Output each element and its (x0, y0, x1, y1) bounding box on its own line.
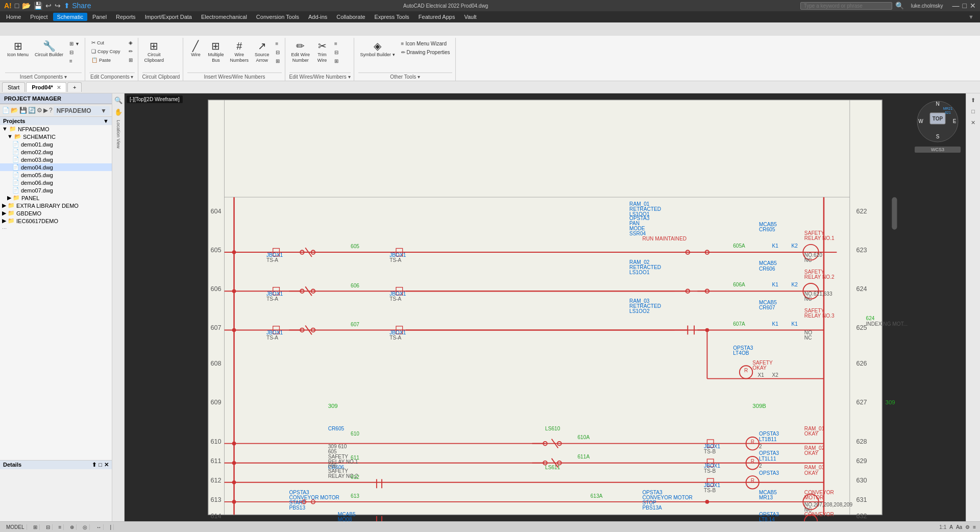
search-input[interactable] (800, 2, 892, 10)
osnap-btn[interactable]: ◎ (81, 524, 90, 530)
details-expand-btn[interactable]: ⬆ (92, 462, 96, 468)
menu-import-export[interactable]: Import/Export Data (141, 13, 196, 21)
undo-btn[interactable]: ↩ (45, 2, 52, 10)
icon-menu-wizard-btn[interactable]: ≡Icon Menu Wizard (399, 40, 452, 47)
tree-demo01[interactable]: 📄 demo01.dwg (0, 140, 112, 148)
proj-settings-btn[interactable]: ⚙ (37, 107, 42, 114)
model-tab[interactable]: MODEL (4, 524, 27, 530)
edit-comp-1[interactable]: ◈ (127, 39, 135, 46)
workspace-btn[interactable]: ⚙ (965, 524, 970, 530)
edit-wire-number-btn[interactable]: ✏ Edit WireNumber (289, 39, 312, 64)
cut-btn[interactable]: ✂Cut (89, 39, 122, 46)
clipboard-btn[interactable]: ⊞ CircuitClipboard (142, 39, 166, 64)
project-manager-header: PROJECT MANAGER (0, 93, 112, 104)
drawing-props-btn[interactable]: ✏Drawing Properties (399, 49, 452, 56)
snap-btn[interactable]: ⊟ (44, 524, 53, 530)
minimize-btn[interactable]: — (952, 2, 960, 10)
insert-wire-3[interactable]: ⊞ (274, 57, 282, 65)
source-arrow-btn[interactable]: ↗ SourceArrow (253, 39, 272, 64)
tree-more[interactable]: ··· (0, 225, 112, 232)
tree-extra-library[interactable]: ▶ 📁 EXTRA LIBRARY DEMO (0, 202, 112, 209)
edit-wire-3[interactable]: ⊞ (332, 57, 340, 65)
tree-demo07[interactable]: 📄 demo07.dwg (0, 186, 112, 194)
maximize-btn[interactable]: □ (963, 2, 967, 10)
wire-numbers-btn[interactable]: # WireNumbers (228, 39, 251, 64)
tab-prod04[interactable]: Prod04* ✕ (26, 82, 66, 92)
menu-project[interactable]: Project (26, 13, 52, 21)
zoom-btn[interactable]: 🔍 (113, 94, 124, 106)
menu-electromechanical[interactable]: Electromechanical (197, 13, 251, 21)
polar-btn[interactable]: ⊕ (68, 524, 77, 530)
menu-express[interactable]: Express Tools (371, 13, 413, 21)
nfpademo-section[interactable]: NFPADEMO ▼ (54, 106, 110, 115)
tree-panel[interactable]: ▶ 📁 PANEL (0, 194, 112, 202)
insert-wire-1[interactable]: ≡ (274, 40, 282, 47)
tab-close-btn[interactable]: ✕ (57, 85, 61, 90)
tree-demo02[interactable]: 📄 demo02.dwg (0, 148, 112, 156)
grid-btn[interactable]: ⊞ (31, 524, 40, 530)
open-btn[interactable]: 📂 (22, 2, 31, 10)
insert-wire-2[interactable]: ⊟ (274, 49, 282, 56)
multiple-bus-btn[interactable]: ⊞ MultipleBus (206, 39, 226, 64)
other-tools-label: Other Tools ▾ (358, 72, 452, 80)
lineweight-btn[interactable]: | (108, 524, 114, 530)
menu-reports[interactable]: Reports (112, 13, 140, 21)
edit-wire-2[interactable]: ⊟ (332, 49, 340, 56)
wire-btn[interactable]: ╱ Wire (187, 39, 204, 59)
edit-wire-1[interactable]: ≡ (332, 40, 340, 47)
close-btn[interactable]: ✕ (970, 2, 976, 10)
proj-open-btn[interactable]: 📂 (11, 107, 18, 114)
pan-btn[interactable]: ✋ (113, 106, 124, 117)
trim-wire-btn[interactable]: ✂ TrimWire (314, 39, 330, 64)
icon-menu-btn[interactable]: ⊞ Icon Menu (5, 39, 31, 59)
tab-new[interactable]: + (67, 82, 82, 92)
circuit-builder-btn[interactable]: 🔧 Circuit Builder (33, 39, 65, 59)
menu-panel[interactable]: Panel (88, 13, 111, 21)
proj-save-btn[interactable]: 💾 (19, 107, 27, 114)
details-float-btn[interactable]: □ (99, 462, 102, 468)
projects-section[interactable]: Projects ▼ (0, 117, 112, 125)
right-panel-btn-3[interactable]: ✕ (968, 117, 979, 128)
tree-gbdemo[interactable]: ▶ 📁 GBDEMO (0, 209, 112, 217)
statusbar-settings[interactable]: ≡ (973, 524, 976, 530)
symbol-builder-btn[interactable]: ◈ Symbol Builder ▾ (358, 39, 397, 59)
insert-comp-small-3[interactable]: ≡ (67, 57, 82, 65)
nav-cube[interactable]: N S E W TOP MR21 621 WCS3 (915, 99, 961, 144)
menu-collaborate[interactable]: Collaborate (332, 13, 369, 21)
tree-nfpademo[interactable]: ▼ 📁 NFPADEMO (0, 125, 112, 133)
proj-help-btn[interactable]: ? (49, 107, 53, 114)
insert-comp-small-2[interactable]: ⊟ (67, 49, 82, 56)
redo-btn[interactable]: ↪ (55, 2, 61, 10)
menu-vault[interactable]: Vault (460, 13, 480, 21)
new-btn[interactable]: □ (15, 2, 19, 10)
edit-comp-2[interactable]: ✏ (127, 47, 135, 55)
proj-refresh-btn[interactable]: 🔄 (28, 107, 36, 114)
right-panel-btn-2[interactable]: □ (968, 106, 979, 117)
ortho-btn[interactable]: ≡ (57, 524, 64, 530)
paste-btn[interactable]: 📋Paste (89, 56, 122, 64)
copy-btn[interactable]: ❑Copy Copy (89, 47, 122, 55)
insert-comp-small-1[interactable]: ⊞▼ (67, 40, 82, 47)
tree-demo05[interactable]: 📄 demo05.dwg (0, 171, 112, 179)
canvas-area[interactable]: [-][Top][2D Wireframe] N S E W TOP MR21 … (125, 93, 966, 521)
menu-conversion[interactable]: Conversion Tools (252, 13, 303, 21)
tree-schematic[interactable]: ▼ 📂 SCHEMATIC (0, 133, 112, 140)
menu-addins[interactable]: Add-ins (304, 13, 331, 21)
share-btn[interactable]: ⬆ Share (64, 2, 91, 10)
tab-start[interactable]: Start (2, 82, 25, 92)
menu-options[interactable]: ▼ (964, 13, 978, 21)
proj-more-btn[interactable]: ▶ (43, 107, 48, 114)
proj-new-btn[interactable]: 📄 (2, 107, 10, 114)
tree-demo06[interactable]: 📄 demo06.dwg (0, 179, 112, 186)
right-panel-btn-1[interactable]: ⬆ (968, 94, 979, 106)
menu-home[interactable]: Home (2, 13, 25, 21)
otrack-btn[interactable]: ↔ (94, 524, 104, 530)
details-close-btn[interactable]: ✕ (104, 462, 109, 468)
edit-comp-3[interactable]: ⊞ (127, 56, 135, 64)
tree-iec[interactable]: ▶ 📁 IEC60617DEMO (0, 217, 112, 225)
save-btn[interactable]: 💾 (34, 2, 42, 10)
menu-featured[interactable]: Featured Apps (414, 13, 459, 21)
tree-demo03[interactable]: 📄 demo03.dwg (0, 156, 112, 163)
tree-demo04[interactable]: 📄 demo04.dwg (0, 163, 112, 171)
menu-schematic[interactable]: Schematic (53, 13, 87, 21)
